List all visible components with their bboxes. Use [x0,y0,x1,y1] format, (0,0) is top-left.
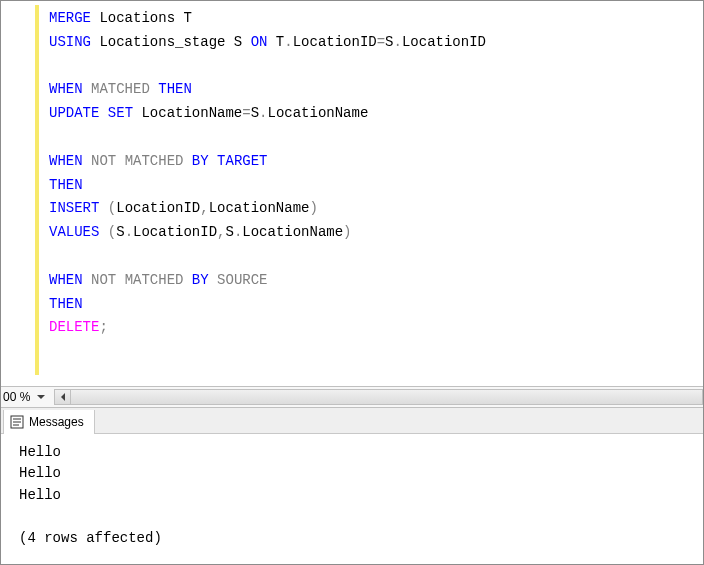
code-line: THEN [49,174,693,198]
code-line: UPDATE SET LocationName=S.LocationName [49,102,693,126]
code-line: INSERT (LocationID,LocationName) [49,197,693,221]
message-line [19,507,691,529]
change-indicator-bar [35,5,39,375]
message-line: Hello [19,442,691,464]
code-line: USING Locations_stage S ON T.LocationID=… [49,31,693,55]
editor-status-bar: 00 % [1,386,703,408]
code-line: WHEN MATCHED THEN [49,78,693,102]
scroll-left-button[interactable] [55,390,71,404]
tab-messages[interactable]: Messages [3,410,95,434]
code-line [49,126,693,150]
message-line: Hello [19,485,691,507]
code-line: VALUES (S.LocationID,S.LocationName) [49,221,693,245]
code-line [49,245,693,269]
chevron-down-icon [37,393,45,401]
messages-pane[interactable]: HelloHelloHello (4 rows affected) [1,434,703,564]
sql-editor-pane[interactable]: MERGE Locations TUSING Locations_stage S… [1,1,703,386]
results-tabstrip: Messages [1,408,703,434]
chevron-left-icon [59,393,67,401]
horizontal-scrollbar[interactable] [54,389,703,405]
messages-icon [10,415,24,429]
tab-label: Messages [29,415,84,429]
code-line: MERGE Locations T [49,7,693,31]
sql-code[interactable]: MERGE Locations TUSING Locations_stage S… [1,1,703,350]
message-line: Hello [19,463,691,485]
zoom-dropdown[interactable] [34,393,48,401]
code-line: DELETE; [49,316,693,340]
editor-gutter [1,1,35,386]
zoom-level[interactable]: 00 % [1,390,34,404]
message-line: (4 rows affected) [19,528,691,550]
code-line: WHEN NOT MATCHED BY TARGET [49,150,693,174]
code-line [49,55,693,79]
code-line: WHEN NOT MATCHED BY SOURCE [49,269,693,293]
code-line: THEN [49,293,693,317]
